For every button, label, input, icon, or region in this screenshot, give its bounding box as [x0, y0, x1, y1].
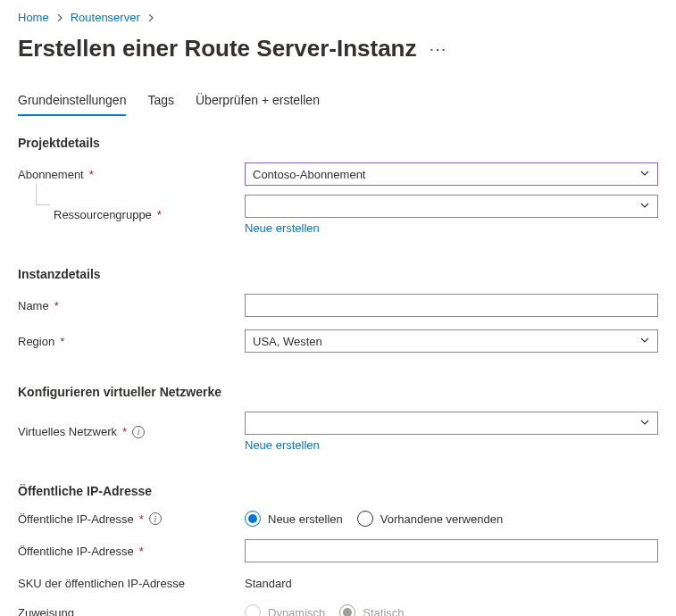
- tree-connector: [36, 184, 50, 205]
- assignment-radiogroup: Dynamisch Statisch: [245, 604, 658, 616]
- radio-dynamic: Dynamisch: [245, 604, 325, 616]
- tab-tags[interactable]: Tags: [147, 87, 174, 116]
- chevron-down-icon: [639, 335, 650, 348]
- chevron-down-icon: [639, 200, 650, 213]
- tab-basics[interactable]: Grundeinstellungen: [18, 87, 126, 116]
- radio-label: Dynamisch: [268, 606, 325, 617]
- sku-value: Standard: [245, 575, 658, 592]
- required-icon: *: [139, 545, 144, 558]
- radio-label: Statisch: [363, 606, 404, 617]
- label-sku: SKU der öffentlichen IP-Adresse: [18, 577, 185, 590]
- required-icon: *: [89, 168, 94, 181]
- section-project-details: Projektdetails: [18, 136, 658, 150]
- tabs: Grundeinstellungen Tags Überprüfen + ers…: [18, 87, 658, 116]
- radio-label: Neue erstellen: [268, 512, 343, 526]
- radio-static: Statisch: [339, 604, 404, 616]
- more-actions-button[interactable]: ⋯: [425, 38, 450, 60]
- required-icon: *: [157, 208, 162, 221]
- chevron-down-icon: [639, 417, 650, 430]
- breadcrumb: Home Routenserver: [18, 11, 658, 24]
- page-title: Erstellen einer Route Server-Instanz: [18, 35, 416, 62]
- radio-use-existing-ip[interactable]: Vorhandene verwenden: [357, 511, 503, 527]
- required-icon: *: [122, 425, 127, 438]
- radio-unchecked-icon: [245, 604, 261, 616]
- subscription-dropdown[interactable]: Contoso-Abonnement: [245, 162, 658, 186]
- chevron-down-icon: [639, 168, 650, 181]
- label-subscription: Abonnement: [18, 168, 84, 181]
- radio-checked-icon: [339, 604, 355, 616]
- public-ip-mode-radiogroup: Neue erstellen Vorhandene verwenden: [245, 511, 658, 527]
- required-icon: *: [54, 299, 59, 312]
- required-icon: *: [139, 512, 144, 526]
- region-dropdown[interactable]: USA, Westen: [245, 329, 658, 353]
- radio-checked-icon: [245, 511, 261, 527]
- breadcrumb-home[interactable]: Home: [18, 11, 49, 24]
- label-region: Region: [18, 335, 54, 348]
- create-new-vnet-link[interactable]: Neue erstellen: [245, 438, 320, 452]
- breadcrumb-routenserver[interactable]: Routenserver: [71, 11, 140, 24]
- tab-review[interactable]: Überprüfen + erstellen: [196, 87, 320, 116]
- label-vnet: Virtuelles Netzwerk: [18, 425, 117, 438]
- section-instance-details: Instanzdetails: [18, 267, 658, 281]
- info-icon[interactable]: i: [149, 512, 162, 525]
- label-name: Name: [18, 299, 49, 312]
- vnet-dropdown[interactable]: [245, 412, 658, 435]
- required-icon: *: [60, 335, 64, 348]
- radio-unchecked-icon: [357, 511, 373, 527]
- chevron-right-icon: [56, 11, 63, 24]
- label-public-ip-mode: Öffentliche IP-Adresse: [18, 512, 134, 526]
- label-resource-group: Ressourcengruppe: [54, 208, 152, 221]
- radio-label: Vorhandene verwenden: [380, 512, 503, 526]
- chevron-right-icon: [147, 11, 154, 24]
- subscription-value: Contoso-Abonnement: [253, 168, 365, 181]
- public-ip-name-input[interactable]: [245, 539, 658, 562]
- radio-create-new-ip[interactable]: Neue erstellen: [245, 511, 343, 527]
- region-value: USA, Westen: [253, 335, 322, 348]
- section-public-ip: Öffentliche IP-Adresse: [18, 484, 658, 498]
- label-public-ip-name: Öffentliche IP-Adresse: [18, 545, 134, 558]
- resource-group-dropdown[interactable]: [245, 195, 658, 218]
- label-assignment: Zuweisung: [18, 606, 74, 617]
- section-virtual-networks: Konfigurieren virtueller Netzwerke: [18, 385, 658, 399]
- create-new-resource-group-link[interactable]: Neue erstellen: [245, 221, 320, 235]
- name-input[interactable]: [245, 294, 658, 317]
- info-icon[interactable]: i: [132, 426, 145, 438]
